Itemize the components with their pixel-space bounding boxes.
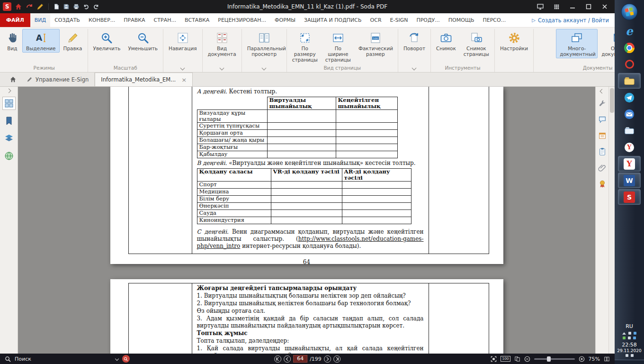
tray-icon[interactable] (634, 332, 636, 335)
first-page-button[interactable] (274, 355, 281, 363)
dropdown-chevron-icon[interactable] (180, 66, 185, 71)
tray-icon[interactable] (631, 354, 634, 357)
taskbar-clock[interactable]: 22:58 29.11.2020 (617, 342, 642, 353)
layers-panel-icon[interactable] (2, 132, 16, 145)
thumbnails-panel-icon[interactable] (2, 97, 16, 110)
close-button[interactable] (598, 1, 612, 12)
explorer-icon[interactable] (618, 123, 641, 138)
show-desktop-button[interactable] (615, 360, 644, 364)
vertical-scrollbar[interactable] (608, 87, 615, 354)
tray-icon[interactable] (623, 337, 626, 339)
soda-logo-icon[interactable]: S (3, 2, 11, 11)
actual-size-button[interactable]: 100 Фактический размер (355, 29, 396, 64)
search-label[interactable]: Поиск (15, 356, 31, 362)
menu-tab-edit[interactable]: ПРАВКА (119, 13, 149, 27)
internet-explorer-icon[interactable]: e (618, 23, 641, 39)
bookmarks-panel-icon[interactable] (2, 114, 16, 127)
home-tab-icon[interactable] (5, 73, 21, 86)
menu-tab-create[interactable]: СОЗДАТЬ (50, 13, 84, 27)
word-icon[interactable]: W (618, 173, 641, 188)
red-circle-app-icon[interactable] (618, 56, 641, 72)
save-icon[interactable] (63, 3, 70, 10)
certificate-badge-icon[interactable] (597, 178, 608, 190)
menu-tab-personalize[interactable]: ПЕРСО... (478, 13, 510, 27)
last-page-button[interactable] (333, 355, 340, 363)
language-indicator[interactable]: RU (626, 323, 633, 329)
menu-tab-products[interactable]: ПРОДУ... (412, 13, 444, 27)
view-mode-button[interactable]: Вид (2, 29, 22, 53)
tray-icon[interactable] (626, 354, 628, 357)
dropdown-chevron-icon[interactable] (412, 66, 417, 71)
tray-icon[interactable] (628, 332, 631, 335)
account-link[interactable]: ▷ Создать аккаунт / Войти (532, 13, 615, 27)
rotate-button[interactable]: Поворот (400, 29, 429, 53)
zoom-out-button[interactable]: Уменьшить (124, 29, 161, 53)
menu-tab-ocr[interactable]: OCR (366, 13, 386, 27)
menu-tab-esign[interactable]: E-SIGN (386, 13, 412, 27)
print-icon[interactable] (73, 3, 80, 10)
fit-width-button[interactable]: По ширине страницы (322, 29, 355, 64)
navigation-button[interactable]: Навигация (165, 29, 201, 53)
document-view-button[interactable]: Вид документа (204, 29, 240, 58)
undo-red-arrow-icon[interactable] (26, 3, 33, 10)
minimize-button[interactable] (565, 1, 580, 12)
zoom-slider[interactable] (534, 358, 575, 360)
tray-icons-3[interactable] (626, 354, 634, 357)
tray-icons-2[interactable] (623, 337, 636, 339)
menu-tab-view[interactable]: ВИД (30, 13, 50, 27)
wrench-tools-icon[interactable] (597, 98, 608, 109)
zoom-slider-thumb[interactable] (547, 356, 551, 362)
actual-size-status-icon[interactable]: 100 (501, 356, 510, 362)
soda-search-badge-icon[interactable] (122, 355, 130, 363)
start-button[interactable] (620, 2, 639, 21)
menu-tab-review[interactable]: РЕЦЕНЗИРОВАН... (214, 13, 270, 27)
yandex-search-icon[interactable]: Y (618, 139, 641, 155)
tab-close-icon[interactable]: × (181, 76, 187, 83)
undo-icon[interactable] (83, 3, 89, 10)
prev-page-button[interactable] (284, 355, 291, 363)
comments-panel-icon[interactable] (597, 114, 608, 125)
tab-esign-management[interactable]: Управление E-Sign (21, 73, 95, 86)
folder-icon[interactable] (618, 73, 641, 89)
next-page-button[interactable] (324, 355, 331, 363)
menu-tab-insert[interactable]: ВСТАВКА (180, 13, 214, 27)
page-snapshot-button[interactable]: Снимок страницы (460, 29, 493, 58)
menu-tab-convert[interactable]: КОНВЕР... (84, 13, 119, 27)
soda-pdf-taskbar-icon[interactable]: S (618, 189, 641, 205)
expand-left-panel-icon[interactable] (7, 89, 11, 93)
document-viewport[interactable]: А деңгейі. Кестені толтыр. Виртуалды шын… (18, 87, 595, 354)
fit-screen-icon[interactable] (491, 356, 497, 362)
page-layout-icon[interactable] (514, 356, 520, 362)
fit-page-button[interactable]: По размеру страницы (288, 29, 322, 64)
expand-right-panel-icon[interactable] (600, 89, 605, 94)
edit-pencil-icon[interactable] (36, 3, 44, 10)
new-document-icon[interactable] (53, 3, 60, 10)
current-page-input[interactable]: 64 (293, 355, 307, 363)
dropdown-chevron-icon[interactable] (262, 66, 267, 71)
home-icon[interactable] (15, 3, 22, 10)
search-options-chevron-icon[interactable] (115, 357, 119, 361)
menu-tab-pages[interactable]: СТРАН... (150, 13, 180, 27)
select-mode-button[interactable]: A Выделение (22, 29, 60, 53)
menu-tab-help[interactable]: ПОМОЩЬ (444, 13, 479, 27)
snapshot-button[interactable]: Снимок (432, 29, 460, 58)
telegram-icon[interactable] (618, 90, 641, 105)
scrollbar-thumb[interactable] (610, 88, 614, 113)
yandex-browser-icon[interactable]: Y (618, 156, 641, 172)
maximize-button[interactable] (581, 1, 596, 12)
view-columns-icon[interactable] (604, 356, 610, 362)
edit-mode-button[interactable]: Правка (60, 29, 86, 53)
menu-tab-file[interactable]: ФАЙЛ (0, 13, 30, 27)
chrome-icon[interactable] (618, 40, 641, 55)
zoom-in-icon[interactable] (579, 356, 585, 362)
zoom-out-icon[interactable] (524, 356, 530, 362)
web-panel-icon[interactable] (2, 149, 16, 163)
search-icon[interactable] (5, 356, 11, 362)
settings-button[interactable]: Настройки (496, 29, 532, 53)
dropdown-chevron-icon[interactable] (220, 66, 224, 71)
zoom-in-button[interactable]: Увеличить (89, 29, 125, 53)
tab-current-document[interactable]: Informatika_Metodika_EM... × (95, 73, 193, 86)
tray-icon[interactable] (628, 337, 631, 339)
menu-tab-secure-sign[interactable]: ЗАЩИТА И ПОДПИСЬ (300, 13, 366, 27)
attachments-panel-icon[interactable] (597, 162, 608, 173)
